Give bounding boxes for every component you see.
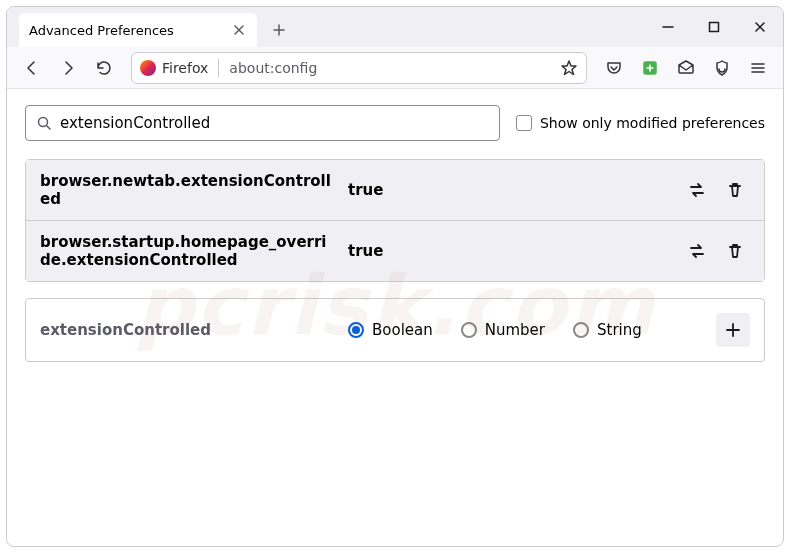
address-bar[interactable]: Firefox about:config [131,52,587,84]
url-text: about:config [229,60,554,76]
nav-bar: Firefox about:config [7,47,783,89]
search-icon [36,115,52,131]
pref-name: browser.startup.homepage_override.extens… [40,233,336,269]
delete-button[interactable] [720,236,750,266]
minimize-button[interactable] [645,7,691,47]
close-window-button[interactable] [737,7,783,47]
new-pref-row: extensionControlled Boolean Number Strin… [25,298,765,362]
divider [218,59,219,77]
search-input[interactable] [60,114,489,132]
pref-value: true [348,181,670,199]
radio-icon [461,322,477,338]
reload-button[interactable] [87,51,121,85]
type-label: Boolean [372,321,433,339]
new-tab-button[interactable] [265,16,293,44]
type-label: Number [485,321,545,339]
maximize-button[interactable] [691,7,737,47]
checkbox-label: Show only modified preferences [540,115,765,131]
search-box[interactable] [25,105,500,141]
checkbox-icon [516,115,532,131]
firefox-logo-icon [140,60,156,76]
tab-title: Advanced Preferences [29,23,223,38]
title-bar: Advanced Preferences [7,7,783,47]
back-button[interactable] [15,51,49,85]
add-button[interactable] [716,313,750,347]
pocket-icon[interactable] [597,51,631,85]
radio-icon [348,322,364,338]
delete-button[interactable] [720,175,750,205]
extension-icon[interactable] [633,51,667,85]
toggle-button[interactable] [682,175,712,205]
type-option-boolean[interactable]: Boolean [348,321,433,339]
shield-icon[interactable] [705,51,739,85]
type-option-string[interactable]: String [573,321,642,339]
browser-tab[interactable]: Advanced Preferences [19,13,257,47]
forward-button[interactable] [51,51,85,85]
close-icon[interactable] [231,22,247,38]
svg-point-2 [39,118,48,127]
radio-icon [573,322,589,338]
menu-button[interactable] [741,51,775,85]
star-icon[interactable] [560,59,578,77]
new-pref-name: extensionControlled [40,321,336,339]
toggle-button[interactable] [682,236,712,266]
type-option-number[interactable]: Number [461,321,545,339]
pref-value: true [348,242,670,260]
modified-only-checkbox[interactable]: Show only modified preferences [516,115,765,131]
type-label: String [597,321,642,339]
svg-rect-0 [710,23,719,32]
app-label: Firefox [162,60,208,76]
pref-name: browser.newtab.extensionControlled [40,172,336,208]
table-row: browser.startup.homepage_override.extens… [26,220,764,281]
table-row: browser.newtab.extensionControlled true [26,160,764,220]
mail-icon[interactable] [669,51,703,85]
results-table: browser.newtab.extensionControlled true … [25,159,765,282]
